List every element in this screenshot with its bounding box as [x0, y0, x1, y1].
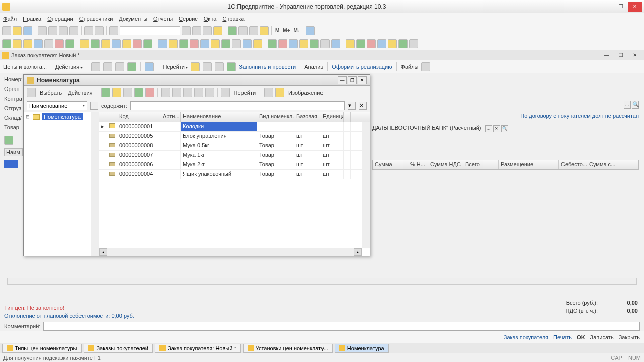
- menu-reports[interactable]: Отчеты: [153, 16, 173, 22]
- toolbar-icon[interactable]: [179, 39, 188, 48]
- toolbar-icon[interactable]: [299, 39, 308, 48]
- toolbar-icon[interactable]: [275, 88, 284, 97]
- m-button[interactable]: M: [274, 28, 280, 33]
- doc-maximize-button[interactable]: ❐: [614, 50, 628, 60]
- filter-dropdown-icon[interactable]: ▾: [348, 102, 356, 110]
- dialog-maximize-button[interactable]: ❐: [348, 76, 357, 84]
- menu-catalogs[interactable]: Справочники: [79, 16, 113, 22]
- lower-col-header[interactable]: Сумма с...: [587, 160, 615, 169]
- toolbar-icon[interactable]: [127, 62, 136, 71]
- search-icon[interactable]: 🔍: [632, 101, 639, 109]
- print-link[interactable]: Печать: [553, 334, 572, 340]
- fill-link[interactable]: Заполнить и провести: [239, 64, 296, 70]
- m-minus-button[interactable]: M-: [293, 28, 301, 33]
- grid-row[interactable]: 00000000007Мука 1кгТоварштшт: [99, 151, 370, 160]
- generic-icon[interactable]: [182, 26, 191, 35]
- grid-row[interactable]: 00000000006Мука 2кгТоварштшт: [99, 160, 370, 170]
- toolbar-icon[interactable]: [80, 39, 89, 48]
- grid-row[interactable]: 00000000008Мука 0.5кгТоварштшт: [99, 141, 370, 151]
- toolbar-icon[interactable]: [103, 62, 112, 71]
- toolbar-icon[interactable]: [44, 39, 53, 48]
- copy-icon[interactable]: [123, 88, 132, 97]
- toolbar-icon[interactable]: [200, 39, 209, 48]
- toolbar-icon[interactable]: [190, 39, 199, 48]
- toolbar-icon[interactable]: [23, 39, 32, 48]
- filter-field-combo[interactable]: Наименование: [27, 101, 87, 110]
- undo-icon[interactable]: [84, 26, 93, 35]
- toolbar-icon[interactable]: [145, 62, 154, 71]
- toolbar-icon[interactable]: [101, 39, 110, 48]
- grid-col-header[interactable]: Единица: [320, 112, 344, 122]
- scroll-left-icon[interactable]: ◂: [99, 248, 107, 256]
- analysis-button[interactable]: Анализ: [304, 64, 323, 70]
- toolbar-icon[interactable]: [253, 39, 262, 48]
- ok-button[interactable]: OK: [577, 334, 585, 340]
- toolbar-icon[interactable]: [421, 62, 430, 71]
- toolbar-icon[interactable]: [183, 88, 192, 97]
- maximize-button[interactable]: ❐: [614, 2, 628, 12]
- image-button[interactable]: Изображение: [286, 88, 325, 97]
- menu-file[interactable]: Файл: [3, 16, 17, 22]
- toolbar-icon[interactable]: [377, 39, 386, 48]
- lower-col-header[interactable]: % Н...: [408, 160, 428, 169]
- lower-col-header[interactable]: Размещение: [499, 160, 559, 169]
- doc-minimize-button[interactable]: —: [600, 50, 614, 60]
- search-icon[interactable]: 🔍: [501, 125, 508, 132]
- dots-button[interactable]: …: [624, 101, 631, 109]
- toolbar-icon[interactable]: [122, 39, 131, 48]
- toolbar-icon[interactable]: [346, 39, 355, 48]
- toolbar-icon[interactable]: [133, 39, 142, 48]
- expand-icon[interactable]: ⊟: [26, 114, 31, 119]
- delete-icon[interactable]: [145, 88, 154, 97]
- minimize-button[interactable]: —: [600, 2, 614, 12]
- close-button[interactable]: ✕: [628, 2, 642, 12]
- comment-input[interactable]: [43, 322, 640, 331]
- goto-button[interactable]: Перейти: [163, 64, 188, 70]
- cut-icon[interactable]: [38, 26, 47, 35]
- generic-icon[interactable]: [306, 26, 315, 35]
- grid-col-header[interactable]: Арти...: [160, 112, 181, 122]
- toolbar-icon[interactable]: [203, 62, 212, 71]
- taskbar-tab[interactable]: Номенклатура: [335, 344, 389, 353]
- toolbar-icon[interactable]: [91, 39, 100, 48]
- prices-button[interactable]: Цены и валюта...: [3, 64, 47, 70]
- files-button[interactable]: Файлы: [401, 64, 419, 70]
- tree-scrollbar[interactable]: [91, 112, 99, 256]
- menu-documents[interactable]: Документы: [119, 16, 147, 22]
- toolbar-icon[interactable]: [388, 39, 397, 48]
- grid-row[interactable]: ▸00000000001Колодки: [99, 122, 370, 132]
- save-button[interactable]: Записать: [590, 334, 614, 340]
- add-folder-icon[interactable]: [112, 88, 121, 97]
- lower-col-header[interactable]: Сумма: [373, 160, 408, 169]
- menu-edit[interactable]: Правка: [23, 16, 41, 22]
- search-combo[interactable]: [120, 26, 180, 35]
- search-icon[interactable]: [90, 102, 98, 110]
- toolbar-icon[interactable]: [268, 39, 277, 48]
- toolbar-icon[interactable]: [13, 39, 22, 48]
- grid-col-header[interactable]: [344, 112, 351, 122]
- toolbar-icon[interactable]: [194, 88, 203, 97]
- actions-button[interactable]: Действия: [55, 64, 83, 70]
- toolbar-icon[interactable]: [215, 62, 224, 71]
- menu-operations[interactable]: Операции: [47, 16, 73, 22]
- grid-col-header[interactable]: [107, 112, 117, 122]
- toolbar-icon[interactable]: [112, 39, 121, 48]
- grid-hscrollbar[interactable]: ◂ ▸: [99, 248, 362, 256]
- toolbar-icon[interactable]: [243, 39, 252, 48]
- grid-vscrollbar[interactable]: [362, 122, 370, 248]
- toolbar-icon[interactable]: [367, 39, 376, 48]
- menu-windows[interactable]: Окна: [204, 16, 217, 22]
- dialog-goto-button[interactable]: Перейти: [232, 88, 258, 97]
- dots-button[interactable]: …: [485, 125, 492, 132]
- toolbar-icon[interactable]: [264, 88, 273, 97]
- grid-col-header[interactable]: Наименование: [181, 112, 257, 122]
- generic-icon[interactable]: [260, 26, 269, 35]
- toolbar-icon[interactable]: [409, 39, 418, 48]
- filter-clear-icon[interactable]: ✕: [359, 102, 367, 110]
- toolbar-icon[interactable]: [143, 39, 152, 48]
- toolbar-icon[interactable]: [115, 62, 124, 71]
- dialog-close-button[interactable]: ✕: [358, 76, 367, 84]
- save-icon[interactable]: [23, 26, 32, 35]
- toolbar-icon[interactable]: [55, 39, 64, 48]
- toolbar-icon[interactable]: [211, 39, 220, 48]
